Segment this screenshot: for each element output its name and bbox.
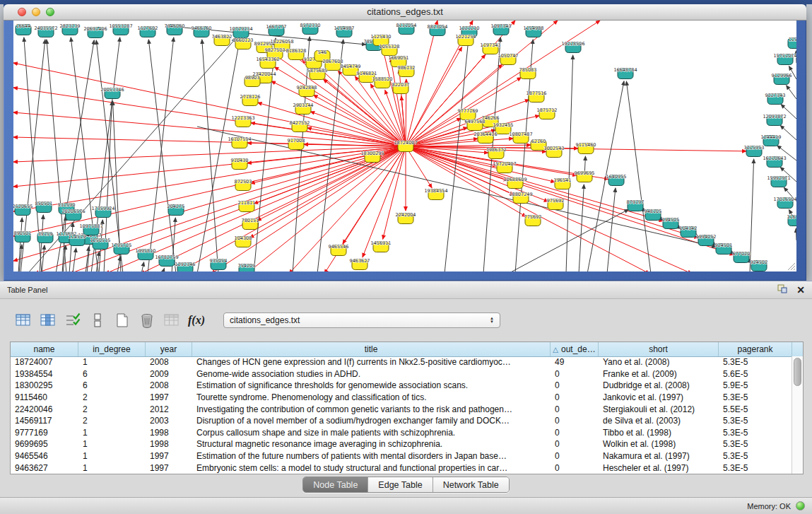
resize-grip-icon[interactable] — [786, 261, 796, 271]
network-node[interactable]: 1795725 — [112, 243, 132, 255]
network-node[interactable]: 1250515 — [90, 238, 111, 250]
network-node[interactable]: 16648784 — [613, 67, 637, 79]
network-node[interactable]: 19384554 — [424, 188, 447, 200]
network-node[interactable]: 1994052 — [696, 234, 717, 246]
network-node[interactable]: 19218506 — [561, 41, 584, 53]
import-table-icon[interactable] — [163, 311, 181, 329]
network-node[interactable]: 2823139 — [60, 23, 81, 35]
network-node[interactable]: 9465546 — [329, 244, 349, 256]
table-cell[interactable]: 18724007 — [11, 357, 78, 367]
table-cell[interactable]: 9777169 — [11, 428, 78, 438]
column-header-out_de[interactable]: △out_de… — [551, 342, 599, 356]
table-cell[interactable]: 2009 — [146, 369, 192, 379]
network-node[interactable]: 780151 — [242, 218, 259, 230]
table-cell[interactable]: 6 — [78, 369, 146, 379]
network-node[interactable]: 104308 — [235, 235, 252, 247]
delete-table-icon[interactable] — [138, 311, 156, 329]
network-node[interactable]: 9115460 — [576, 142, 596, 154]
function-builder-icon[interactable]: f(x) — [187, 311, 206, 329]
table-cell[interactable]: Estimation of the future numbers of pati… — [192, 451, 551, 461]
table-row[interactable]: 1456911722003Disruption of a novel membe… — [11, 415, 792, 427]
network-node[interactable]: 924502 — [751, 259, 768, 271]
network-node[interactable]: 8427552 — [290, 120, 310, 132]
network-node[interactable]: 15992971 — [767, 175, 790, 187]
table-cell[interactable]: Stergiakouli et al. (2012) — [599, 404, 719, 414]
table-cell[interactable]: 0 — [551, 428, 599, 438]
network-node[interactable]: 9466160 — [192, 25, 212, 37]
tab-node-table[interactable]: Node Table — [303, 477, 368, 492]
table-cell[interactable]: 0 — [551, 380, 599, 390]
table-cell[interactable]: 5.6E-5 — [719, 369, 792, 379]
network-node[interactable]: 1640955 — [606, 174, 627, 186]
network-node[interactable]: 1221254 — [456, 34, 476, 46]
network-node[interactable]: 10553287 — [109, 23, 132, 35]
table-cell[interactable]: 0 — [551, 439, 599, 449]
table-cell[interactable]: 5.3E-5 — [719, 428, 792, 438]
network-node[interactable]: 1877516 — [526, 90, 547, 103]
network-node[interactable]: 975692 — [547, 198, 565, 210]
network-node[interactable]: 16644 — [16, 23, 31, 35]
table-cell[interactable]: 2 — [78, 404, 146, 414]
network-node[interactable]: 935054 — [210, 258, 228, 270]
table-cell[interactable]: 2 — [78, 392, 146, 402]
table-cell[interactable]: 9115460 — [11, 392, 78, 402]
table-row[interactable]: 969969511998Structural magnetic resonanc… — [11, 438, 792, 450]
close-panel-icon[interactable]: ✕ — [796, 285, 805, 295]
table-row[interactable]: 946362711997Embryonic stem cells: a mode… — [11, 462, 792, 474]
network-node[interactable]: 2903144 — [293, 103, 314, 115]
network-node[interactable]: 9227343 — [765, 93, 786, 105]
tab-network-table[interactable]: Network Table — [433, 477, 509, 492]
table-cell[interactable]: 0 — [551, 369, 599, 379]
table-cell[interactable]: 5.3E-5 — [719, 451, 792, 461]
table-cell[interactable]: 1 — [78, 428, 146, 438]
table-row[interactable]: 911546021997Tourette syndrome. Phenomeno… — [11, 392, 792, 404]
network-node[interactable]: 1667177 — [266, 24, 287, 36]
table-cell[interactable]: 5.9E-5 — [719, 380, 792, 390]
table-cell[interactable]: 5.3E-5 — [719, 463, 792, 473]
table-cell[interactable]: 0 — [551, 416, 599, 426]
table-cell[interactable]: 1998 — [146, 439, 192, 449]
table-panel-titlebar[interactable]: Table Panel ✕ — [0, 281, 812, 299]
new-table-icon[interactable] — [113, 311, 131, 329]
network-node[interactable]: 3215953 — [744, 145, 765, 157]
table-cell[interactable]: 0 — [551, 392, 599, 402]
network-node[interactable]: 16543362 — [256, 57, 279, 69]
network-node[interactable]: 114519 — [69, 234, 86, 246]
table-cell[interactable]: de Silva et al. (2003) — [599, 416, 719, 426]
float-panel-icon[interactable] — [777, 284, 788, 296]
network-node[interactable]: 1875712 — [537, 107, 558, 119]
network-node[interactable]: 879197 — [627, 199, 645, 211]
table-cell[interactable]: 0 — [551, 463, 599, 473]
table-cell[interactable]: Corpus callosum shape and size in male p… — [192, 428, 551, 438]
network-node[interactable]: 1050747 — [498, 53, 519, 65]
network-node[interactable]: 785083 — [519, 67, 537, 79]
minimize-window-button[interactable] — [32, 8, 40, 16]
table-cell[interactable]: 9699695 — [11, 439, 78, 449]
network-node[interactable]: 822037 — [392, 82, 410, 94]
network-node[interactable]: 20691406 — [83, 26, 107, 38]
network-node[interactable]: 754209 — [238, 263, 256, 272]
table-cell[interactable]: Structural magnetic resonance image aver… — [192, 439, 551, 449]
network-node[interactable]: 17016504 — [773, 197, 796, 209]
network-node[interactable]: 1055328 — [379, 44, 400, 56]
network-node[interactable]: 10688609 — [503, 177, 526, 189]
table-cell[interactable]: 1 — [78, 451, 146, 461]
network-node[interactable]: 890501 — [14, 230, 32, 243]
table-cell[interactable]: 9465546 — [11, 451, 78, 461]
network-node[interactable]: 98903 — [245, 75, 260, 87]
network-node[interactable]: 924501 — [715, 243, 733, 255]
network-node[interactable]: 1002543 — [544, 146, 565, 158]
network-node[interactable]: 910430 — [231, 158, 249, 170]
table-cell[interactable]: Yano et al. (2008) — [599, 357, 719, 367]
column-header-title[interactable]: title — [192, 342, 551, 356]
network-node[interactable]: 775692 — [524, 214, 542, 226]
table-cell[interactable]: Investigating the contribution of common… — [192, 404, 551, 414]
network-node[interactable]: 1588520 — [372, 76, 393, 88]
network-node[interactable]: 9242848 — [297, 85, 317, 97]
table-cell[interactable]: Jankovic et al. (1997) — [599, 392, 719, 402]
tab-edge-table[interactable]: Edge Table — [368, 477, 433, 492]
memory-status-icon[interactable] — [796, 501, 805, 510]
network-node[interactable]: 1097343 — [491, 23, 512, 35]
table-selector-dropdown[interactable]: citations_edges.txt ▲▼ — [223, 313, 500, 328]
network-node[interactable]: 104342 — [680, 226, 698, 238]
